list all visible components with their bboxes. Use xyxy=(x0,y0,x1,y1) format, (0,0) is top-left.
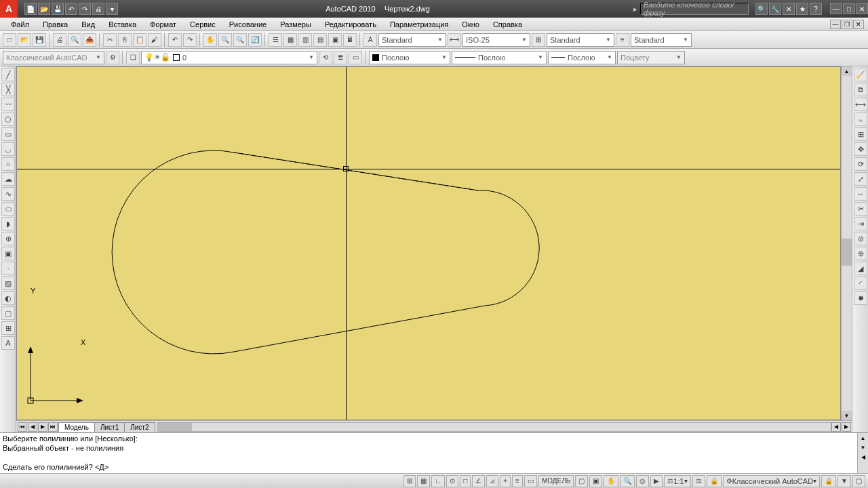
plot-button[interactable]: 🖨 xyxy=(53,33,66,47)
model-toggle[interactable]: МОДЕЛЬ xyxy=(538,475,574,487)
rotate-tool[interactable]: ⟳ xyxy=(854,157,867,171)
open-button[interactable]: 📂 xyxy=(18,33,31,47)
break-tool[interactable]: ⊘ xyxy=(854,232,867,245)
command-text[interactable]: Выберите полилинию или [Несколько]: Выбр… xyxy=(0,433,857,473)
chamfer-tool[interactable]: ◢ xyxy=(854,262,867,275)
annoscale-combo[interactable]: ⚖ 1:1 ▾ xyxy=(664,475,690,487)
explode-tool[interactable]: ✸ xyxy=(854,291,867,305)
print-icon[interactable]: 🖨 xyxy=(92,3,104,15)
vertical-scrollbar[interactable]: ▲ ▼ xyxy=(841,66,852,420)
scroll-down-icon[interactable]: ▼ xyxy=(858,443,868,452)
tab-first-icon[interactable]: ⏮ xyxy=(18,422,27,432)
table-style-button[interactable]: ⊞ xyxy=(532,33,545,47)
pan-button[interactable]: ✋ xyxy=(203,33,217,47)
workspace-combo[interactable]: Классический AutoCAD▼ xyxy=(3,51,104,64)
mirror-tool[interactable]: ⟷ xyxy=(854,98,867,111)
layer-prev-button[interactable]: ⟲ xyxy=(319,51,332,64)
drawing-canvas[interactable]: Y X xyxy=(16,66,841,420)
extend-tool[interactable]: ⇥ xyxy=(854,217,867,230)
copy-button[interactable]: ⎘ xyxy=(118,33,132,47)
menu-file[interactable]: Файл xyxy=(4,19,36,30)
menu-edit[interactable]: Правка xyxy=(36,19,75,30)
preview-button[interactable]: 🔍 xyxy=(68,33,81,47)
xline-tool[interactable]: ╳ xyxy=(1,83,15,96)
subscription-icon[interactable]: 🔧 xyxy=(769,3,781,15)
menu-format[interactable]: Формат xyxy=(143,19,183,30)
menu-draw[interactable]: Рисование xyxy=(222,19,273,30)
zoom-prev-button[interactable]: 🔍 xyxy=(233,33,247,47)
menu-tools[interactable]: Сервис xyxy=(183,19,222,30)
lwt-toggle[interactable]: ≡ xyxy=(512,475,523,487)
text-style-combo[interactable]: Standard▼ xyxy=(378,33,446,47)
polygon-tool[interactable]: ⬠ xyxy=(1,113,15,126)
polar-toggle[interactable]: ⊙ xyxy=(446,475,458,487)
spline-tool[interactable]: ∿ xyxy=(1,187,15,201)
mtext-tool[interactable]: A xyxy=(1,336,15,350)
region-tool[interactable]: ▢ xyxy=(1,306,15,320)
save-icon[interactable]: 💾 xyxy=(52,3,64,15)
block-tool[interactable]: ▣ xyxy=(1,247,15,260)
exchange-icon[interactable]: ✕ xyxy=(783,3,795,15)
scroll-track[interactable] xyxy=(842,76,852,411)
search-icon[interactable]: 🔍 xyxy=(755,3,768,15)
undo-icon[interactable]: ↶ xyxy=(65,3,77,15)
clean-screen-toggle[interactable]: ▢ xyxy=(852,475,865,487)
tab-prev-icon[interactable]: ◀ xyxy=(28,422,37,432)
menu-modify[interactable]: Редактировать xyxy=(318,19,383,30)
tab-model[interactable]: Модель xyxy=(58,422,95,432)
maximize-icon[interactable]: □ xyxy=(843,3,855,14)
dyn-toggle[interactable]: + xyxy=(500,475,511,487)
zoom-button[interactable]: 🔍 xyxy=(218,33,232,47)
line-tool[interactable]: ╱ xyxy=(1,68,15,81)
minimize-icon[interactable]: — xyxy=(830,3,842,14)
layer-combo[interactable]: 💡 ☀ 🔓 0 ▼ xyxy=(141,51,317,64)
point-tool[interactable]: · xyxy=(1,262,15,275)
insert-tool[interactable]: ⊕ xyxy=(1,232,15,245)
favorites-icon[interactable]: ★ xyxy=(796,3,808,15)
offset-tool[interactable]: ⫠ xyxy=(854,113,867,126)
snap-toggle[interactable]: ⊞ xyxy=(403,475,416,487)
qview-drawings[interactable]: ▣ xyxy=(589,475,602,487)
help-icon[interactable]: ? xyxy=(810,3,822,15)
polyline-tool[interactable]: 〰 xyxy=(1,98,15,111)
ducs-toggle[interactable]: ⊿ xyxy=(486,475,498,487)
hardware-accel-toggle[interactable]: ▼ xyxy=(837,475,851,487)
app-logo[interactable]: A xyxy=(0,0,18,18)
scroll-thumb[interactable] xyxy=(158,423,192,431)
showmotion-status[interactable]: ▶ xyxy=(650,475,663,487)
layer-state-button[interactable]: ≣ xyxy=(334,51,347,64)
ml-style-button[interactable]: ≡ xyxy=(616,33,629,47)
mdi-close-icon[interactable]: ✕ xyxy=(853,20,864,29)
circle-tool[interactable]: ○ xyxy=(1,157,15,171)
stretch-tool[interactable]: ↔ xyxy=(854,187,867,201)
table-tool[interactable]: ⊞ xyxy=(1,321,15,335)
close-icon[interactable]: ✕ xyxy=(856,3,868,14)
ellipse-arc-tool[interactable]: ◗ xyxy=(1,217,15,230)
save-button[interactable]: 💾 xyxy=(33,33,46,47)
menu-window[interactable]: Окно xyxy=(455,19,486,30)
text-style-button[interactable]: A xyxy=(363,33,377,47)
new-icon[interactable]: 📄 xyxy=(24,3,37,15)
ortho-toggle[interactable]: ∟ xyxy=(431,475,445,487)
scroll-left-icon[interactable]: ◀ xyxy=(858,452,868,462)
infocenter-arrow-icon[interactable]: ▸ xyxy=(633,5,637,14)
dim-style-button[interactable]: ⟷ xyxy=(448,33,461,47)
tab-next-icon[interactable]: ▶ xyxy=(38,422,47,432)
wheel-status[interactable]: ◎ xyxy=(636,475,649,487)
hatch-tool[interactable]: ▨ xyxy=(1,277,15,290)
command-window[interactable]: Выберите полилинию или [Несколько]: Выбр… xyxy=(0,432,868,473)
qp-toggle[interactable]: ▭ xyxy=(524,475,537,487)
menu-parametric[interactable]: Параметризация xyxy=(383,19,455,30)
new-button[interactable]: □ xyxy=(3,33,16,47)
table-style-combo[interactable]: Standard▼ xyxy=(547,33,614,47)
rectangle-tool[interactable]: ▭ xyxy=(1,127,15,141)
scroll-down-icon[interactable]: ▼ xyxy=(842,411,852,420)
scale-tool[interactable]: ⤢ xyxy=(854,172,867,186)
markup-button[interactable]: ▣ xyxy=(328,33,342,47)
scroll-right-icon[interactable]: ▶ xyxy=(842,422,851,432)
annoauto-toggle[interactable]: 🔒 xyxy=(707,475,722,487)
horizontal-scrollbar[interactable] xyxy=(157,422,832,432)
zoom-status[interactable]: 🔍 xyxy=(620,475,635,487)
osnap-toggle[interactable]: □ xyxy=(460,475,471,487)
revcloud-tool[interactable]: ☁ xyxy=(1,172,15,186)
